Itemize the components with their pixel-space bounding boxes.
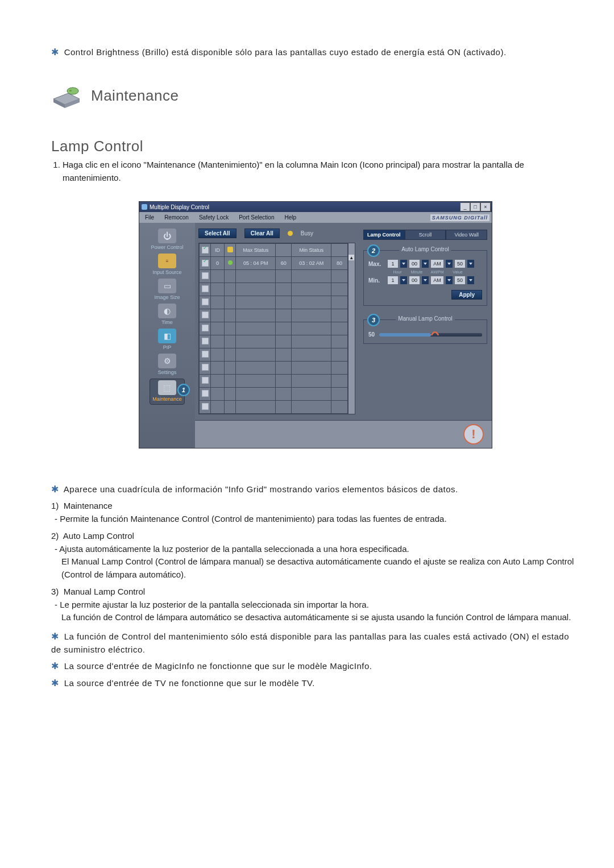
- manual-lamp-slider[interactable]: [379, 333, 482, 337]
- sidebar-label: Settings: [158, 369, 177, 375]
- star-icon: ✱: [51, 45, 59, 59]
- dropdown-icon[interactable]: [422, 260, 429, 268]
- busy-icon: [288, 231, 293, 236]
- magicinfo-text: La source d'entrée de MagicInfo ne fonct…: [64, 661, 372, 671]
- min-minute[interactable]: 00: [409, 276, 420, 284]
- lamp-control-heading: Lamp Control: [51, 138, 580, 155]
- maximize-button[interactable]: □: [470, 202, 480, 211]
- n3-title: Manual Lamp Control: [64, 587, 145, 596]
- tv-text: La source d'entrée de TV ne fonctionne q…: [64, 678, 315, 688]
- app-window: Multiple Display Control _ □ × File Remo…: [139, 201, 492, 448]
- dropdown-icon[interactable]: [400, 260, 407, 268]
- min-ampm[interactable]: AM: [431, 276, 443, 284]
- info-grid-note-text: Aparece una cuadrícula de información "I…: [64, 484, 458, 494]
- sidebar-label: Image Size: [154, 294, 180, 300]
- auto-lamp-min-row: Min. 1 00 AM 50: [368, 276, 482, 284]
- star-icon: ✱: [51, 659, 59, 673]
- minimize-button[interactable]: _: [460, 202, 470, 211]
- table-row[interactable]: [200, 283, 348, 296]
- menu-help[interactable]: Help: [281, 213, 300, 222]
- col-status[interactable]: [225, 244, 236, 257]
- scroll-up-icon[interactable]: ▲: [349, 255, 354, 260]
- cell-max-val: 60: [276, 257, 292, 270]
- image-size-icon: ▭: [158, 279, 176, 293]
- sidebar-label: Input Source: [152, 269, 181, 275]
- info-grid-table[interactable]: ID Max Status Min Status: [199, 243, 348, 414]
- sidebar-item-time[interactable]: ◐ Time: [158, 304, 176, 325]
- titlebar: Multiple Display Control _ □ ×: [139, 202, 492, 212]
- info-grid-note: ✱ Aparece una cuadrícula de información …: [51, 483, 580, 496]
- dropdown-icon[interactable]: [400, 276, 407, 284]
- sidebar-item-power-control[interactable]: ⏻ Power Control: [151, 229, 183, 250]
- n2-title: Auto Lamp Control: [63, 531, 134, 541]
- dropdown-icon[interactable]: [422, 276, 429, 284]
- menu-port-selection[interactable]: Port Selection: [235, 213, 277, 222]
- sidebar-item-settings[interactable]: ⚙ Settings: [158, 354, 177, 375]
- col-min-status[interactable]: Min Status: [292, 244, 331, 257]
- col-id[interactable]: ID: [211, 244, 225, 257]
- table-row[interactable]: [200, 348, 348, 362]
- auto-lamp-sublabels: Hour Minute AM/PM Value: [388, 270, 482, 274]
- row-checkbox[interactable]: [202, 260, 209, 267]
- tab-lamp-control[interactable]: Lamp Control: [363, 230, 405, 240]
- sidebar-item-input-source[interactable]: ≡ Input Source: [152, 254, 181, 275]
- table-row[interactable]: [200, 296, 348, 309]
- dropdown-icon[interactable]: [467, 260, 474, 268]
- table-row[interactable]: [200, 401, 348, 414]
- slider-handle-icon[interactable]: [429, 330, 441, 341]
- top-note: ✱ Control Brightness (Brillo) está dispo…: [51, 45, 580, 59]
- sidebar-item-maintenance[interactable]: ⬚ Maintenance 1: [150, 379, 185, 405]
- col-min-val[interactable]: [331, 244, 347, 257]
- sidebar-item-pip[interactable]: ◧ PIP: [158, 329, 176, 350]
- n1-dash: Permite la función Maintenance Control (…: [60, 514, 446, 524]
- tv-note: ✱ La source d'entrée de TV ne fonctionne…: [51, 676, 580, 690]
- input-source-icon: ≡: [158, 254, 176, 268]
- table-row[interactable]: [200, 322, 348, 335]
- select-all-button[interactable]: Select All: [198, 229, 237, 238]
- max-hour[interactable]: 1: [388, 260, 398, 268]
- callout-badge-2: 2: [367, 244, 380, 257]
- dropdown-icon[interactable]: [446, 276, 453, 284]
- clear-all-button[interactable]: Clear All: [244, 229, 280, 238]
- n3-body: La función de Control de lámpara automát…: [61, 612, 571, 622]
- table-row[interactable]: 0 05 : 04 PM 60 03 : 02 AM 80: [200, 257, 348, 270]
- close-button[interactable]: ×: [480, 202, 491, 211]
- cell-min-status: 03 : 02 AM: [292, 257, 331, 270]
- sidebar-label: Time: [161, 319, 173, 325]
- svg-rect-4: [69, 90, 72, 92]
- max-value[interactable]: 50: [455, 260, 465, 268]
- numbered-explanations: 1) Maintenance - Permite la función Main…: [51, 500, 580, 624]
- min-hour[interactable]: 1: [388, 276, 398, 284]
- grid-scrollbar[interactable]: ▲: [348, 243, 355, 414]
- n2-body: El Manual Lamp Control (Control de lámpa…: [61, 556, 574, 579]
- dropdown-icon[interactable]: [446, 260, 453, 268]
- menu-file[interactable]: File: [142, 213, 157, 222]
- max-minute[interactable]: 00: [409, 260, 420, 268]
- table-row[interactable]: [200, 309, 348, 322]
- dropdown-icon[interactable]: [467, 276, 474, 284]
- min-value[interactable]: 50: [455, 276, 465, 284]
- time-icon: ◐: [158, 304, 176, 318]
- star-icon: ✱: [51, 483, 59, 496]
- menu-remocon[interactable]: Remocon: [161, 213, 192, 222]
- menu-safety-lock[interactable]: Safety Lock: [196, 213, 232, 222]
- instruction-list: Haga clic en el icono "Maintenance (Mant…: [51, 159, 580, 184]
- statusbar: !: [195, 420, 492, 448]
- maintenance-icon: ⬚: [158, 380, 176, 395]
- apply-button[interactable]: Apply: [451, 290, 482, 300]
- col-max-status[interactable]: Max Status: [236, 244, 276, 257]
- cell-min-val: 80: [331, 257, 347, 270]
- auto-lamp-max-row: Max. 1 00 AM 50: [368, 260, 482, 268]
- table-row[interactable]: [200, 270, 348, 283]
- table-row[interactable]: [200, 375, 348, 388]
- max-ampm[interactable]: AM: [431, 260, 443, 268]
- tab-scroll[interactable]: Scroll: [405, 230, 446, 240]
- col-check[interactable]: [200, 244, 211, 257]
- table-row[interactable]: [200, 388, 348, 401]
- table-row[interactable]: [200, 362, 348, 375]
- tab-video-wall[interactable]: Video Wall: [446, 230, 487, 240]
- table-row[interactable]: [200, 335, 348, 348]
- power-icon: ⏻: [158, 229, 176, 243]
- col-max-val[interactable]: [276, 244, 292, 257]
- sidebar-item-image-size[interactable]: ▭ Image Size: [154, 279, 180, 300]
